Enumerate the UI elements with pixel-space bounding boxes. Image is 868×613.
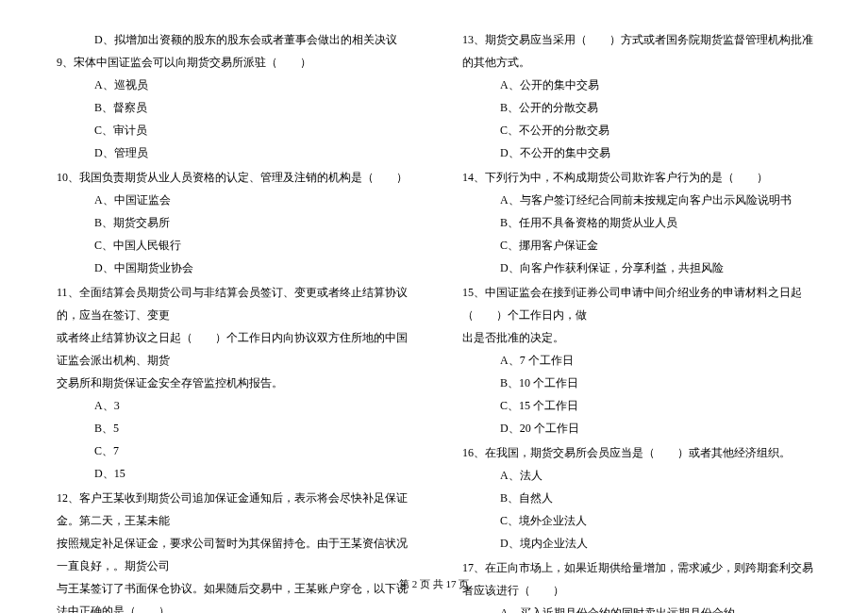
q14-text: 14、下列行为中，不构成期货公司欺诈客户行为的是（ ） [462,166,821,189]
q15-option-b: B、10 个工作日 [462,372,821,394]
q10-option-a: A、中国证监会 [57,189,415,211]
q10-text: 10、我国负责期货从业人员资格的认定、管理及注销的机构是（ ） [57,166,415,189]
q16-option-a: A、法人 [462,464,821,487]
q15-option-d: D、20 个工作日 [462,417,821,439]
q12-line1: 12、客户王某收到期货公司追加保证金通知后，表示将会尽快补足保证金。第二天，王某… [57,487,415,532]
q15-line2: 出是否批准的决定。 [462,326,821,349]
q8-option-d: D、拟增加出资额的股东的股东会或者董事会做出的相关决议 [57,28,415,51]
q12-line2: 按照规定补足保证金，要求公司暂时为其保留持仓。由于王某资信状况一直良好，。期货公… [57,532,415,577]
q13-text: 13、期货交易应当采用（ ）方式或者国务院期货监督管理机构批准的其他方式。 [462,28,821,74]
question-10: 10、我国负责期货从业人员资格的认定、管理及注销的机构是（ ） A、中国证监会 … [57,166,415,279]
q11-line2: 或者终止结算协议之日起（ ）个工作日内向协议双方住所地的中国证监会派出机构、期货 [57,326,415,372]
q9-option-c: C、审计员 [57,119,415,141]
page-container: D、拟增加出资额的股东的股东会或者董事会做出的相关决议 9、宋体中国证监会可以向… [0,0,868,575]
question-17: 17、在正向市场上，如果近期供给量增加，需求减少，则跨期套利交易者应该进行（ ）… [462,556,821,613]
q9-option-b: B、督察员 [57,96,415,119]
q11-option-c: C、7 [57,439,415,462]
q11-option-d: D、15 [57,462,415,485]
q11-line1: 11、全面结算会员期货公司与非结算会员签订、变更或者终止结算协议的，应当在签订、… [57,281,415,326]
question-13: 13、期货交易应当采用（ ）方式或者国务院期货监督管理机构批准的其他方式。 A、… [462,28,821,164]
q16-option-b: B、自然人 [462,487,821,509]
question-11: 11、全面结算会员期货公司与非结算会员签订、变更或者终止结算协议的，应当在签订、… [57,281,415,485]
q10-option-b: B、期货交易所 [57,211,415,234]
question-16: 16、在我国，期货交易所会员应当是（ ）或者其他经济组织。 A、法人 B、自然人… [462,441,821,555]
q12-line3: 与王某签订了书面保仓协议。如果随后交易中，王某账户穿仓，以下说法中正确的是（ ） [57,577,415,613]
q9-text: 9、宋体中国证监会可以向期货交易所派驻（ ） [57,51,415,74]
q16-option-c: C、境外企业法人 [462,509,821,532]
question-9: 9、宋体中国证监会可以向期货交易所派驻（ ） A、巡视员 B、督察员 C、审计员… [57,51,415,164]
q11-option-b: B、5 [57,417,415,439]
q10-option-c: C、中国人民银行 [57,234,415,257]
q9-option-a: A、巡视员 [57,74,415,96]
q14-option-a: A、与客户签订经纪合同前未按规定向客户出示风险说明书 [462,189,821,211]
q15-option-c: C、15 个工作日 [462,394,821,417]
question-12: 12、客户王某收到期货公司追加保证金通知后，表示将会尽快补足保证金。第二天，王某… [57,487,415,613]
q11-line3: 交易所和期货保证金安全存管监控机构报告。 [57,372,415,394]
q14-option-b: B、任用不具备资格的期货从业人员 [462,211,821,234]
q13-option-a: A、公开的集中交易 [462,74,821,96]
q13-option-d: D、不公开的集中交易 [462,141,821,164]
q15-line1: 15、中国证监会在接到证券公司申请中间介绍业务的申请材料之日起（ ）个工作日内，… [462,281,821,326]
question-15: 15、中国证监会在接到证券公司申请中间介绍业务的申请材料之日起（ ）个工作日内，… [462,281,821,439]
q14-option-c: C、挪用客户保证金 [462,234,821,257]
question-14: 14、下列行为中，不构成期货公司欺诈客户行为的是（ ） A、与客户签订经纪合同前… [462,166,821,279]
q16-text: 16、在我国，期货交易所会员应当是（ ）或者其他经济组织。 [462,441,821,464]
q14-option-d: D、向客户作获利保证，分享利益，共担风险 [462,257,821,279]
q17-text: 17、在正向市场上，如果近期供给量增加，需求减少，则跨期套利交易者应该进行（ ） [462,556,821,602]
right-column: 13、期货交易应当采用（ ）方式或者国务院期货监督管理机构批准的其他方式。 A、… [448,28,821,547]
q16-option-d: D、境内企业法人 [462,532,821,555]
q15-option-a: A、7 个工作日 [462,349,821,372]
q17-option-a: A、买入近期月份合约的同时卖出远期月份合约 [462,602,821,613]
q11-option-a: A、3 [57,394,415,417]
q13-option-c: C、不公开的分散交易 [462,119,821,141]
q9-option-d: D、管理员 [57,141,415,164]
left-column: D、拟增加出资额的股东的股东会或者董事会做出的相关决议 9、宋体中国证监会可以向… [57,28,448,547]
q13-option-b: B、公开的分散交易 [462,96,821,119]
q10-option-d: D、中国期货业协会 [57,257,415,279]
